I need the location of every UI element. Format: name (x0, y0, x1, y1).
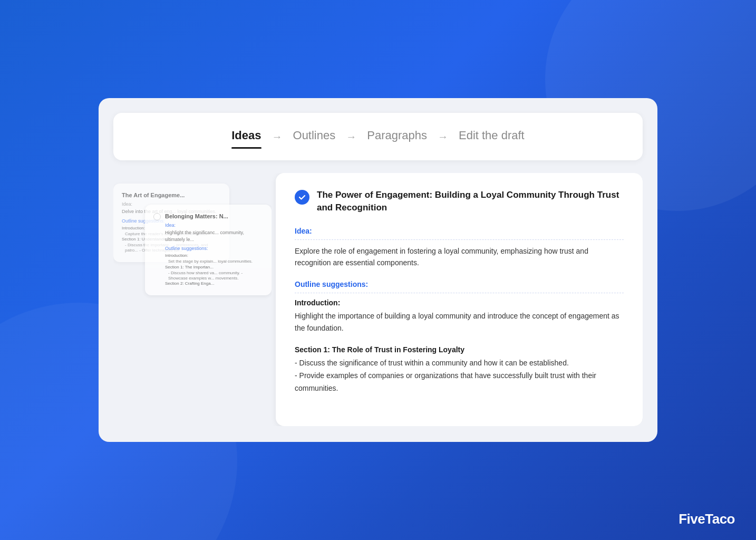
left-card-2-section2: Section 2: Crafting Enga... (165, 281, 263, 286)
left-card-2-outline-label: Outline suggestions: (165, 246, 263, 251)
main-card-title: The Power of Engagement: Building a Loya… (317, 189, 624, 214)
left-card-2-radio[interactable] (153, 213, 161, 220)
nav-step-edit[interactable]: Edit the draft (459, 129, 525, 144)
idea-section-label: Idea: (295, 227, 624, 240)
left-card-2-title: Belonging Matters: N... (165, 213, 263, 219)
main-panel: The Power of Engagement: Building a Loya… (276, 173, 643, 426)
left-card-2[interactable]: Belonging Matters: N... Idea: Highlight … (145, 205, 272, 295)
idea-section-text: Explore the role of engagement in foster… (295, 245, 624, 269)
outline-intro: Introduction: Highlight the importance o… (295, 298, 624, 334)
nav-step-outlines[interactable]: Outlines (293, 129, 336, 144)
arrow-2: → (346, 131, 356, 143)
left-card-2-intro-text: Set the stage by explain... loyal commun… (165, 259, 263, 264)
outline-section1-bullet2: - Provide examples of companies or organ… (295, 370, 624, 395)
left-panel: The Art of Engageme... Idea: Delve into … (113, 173, 272, 426)
nav-bar: Ideas → Outlines → Paragraphs → Edit the… (113, 113, 643, 160)
selected-check-icon (295, 190, 309, 205)
outline-intro-text: Highlight the importance of building a l… (295, 310, 624, 334)
outline-section1-bullets: - Discuss the significance of trust with… (295, 357, 624, 394)
card-header: The Power of Engagement: Building a Loya… (295, 189, 624, 214)
outline-section1-title: Section 1: The Role of Trust in Fosterin… (295, 345, 624, 354)
nav-step-paragraphs[interactable]: Paragraphs (367, 129, 427, 144)
nav-steps: Ideas → Outlines → Paragraphs → Edit the… (231, 129, 524, 144)
nav-step-ideas[interactable]: Ideas (231, 129, 261, 144)
brand-name: FiveTaco (679, 511, 735, 527)
left-card-2-idea-label: Idea: (165, 223, 263, 228)
content-area: The Art of Engageme... Idea: Delve into … (113, 173, 643, 426)
left-card-2-intro: Introduction: (165, 253, 263, 258)
left-card-1-title: The Art of Engageme... (122, 192, 221, 198)
outline-section1-bullet1: - Discuss the significance of trust with… (295, 357, 624, 370)
brand-footer: FiveTaco (679, 511, 735, 527)
arrow-3: → (438, 131, 448, 143)
left-card-2-section1-bullets: - Discuss how shared va... community. - … (165, 271, 263, 282)
left-card-2-idea-text: Highlight the significanc... community, … (165, 229, 263, 243)
left-card-2-section1: Section 1: The Importan... (165, 265, 263, 269)
main-container: Ideas → Outlines → Paragraphs → Edit the… (99, 98, 657, 442)
arrow-1: → (272, 131, 283, 143)
outline-intro-title: Introduction: (295, 298, 624, 307)
outline-section-label: Outline suggestions: (295, 280, 624, 293)
outline-section1: Section 1: The Role of Trust in Fosterin… (295, 345, 624, 394)
